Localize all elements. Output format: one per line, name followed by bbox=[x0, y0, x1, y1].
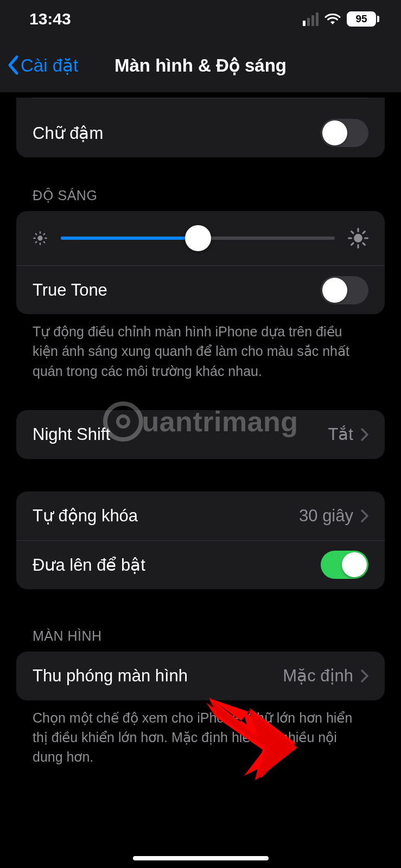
brightness-slider[interactable] bbox=[61, 237, 335, 240]
wifi-icon bbox=[324, 12, 341, 25]
true-tone-label: True Tone bbox=[33, 280, 107, 300]
auto-lock-value: 30 giây bbox=[299, 506, 353, 526]
back-label: Cài đặt bbox=[21, 55, 78, 76]
night-shift-row[interactable]: Night Shift Tắt bbox=[16, 410, 385, 459]
svg-line-16 bbox=[352, 243, 353, 245]
display-zoom-footer: Chọn một chế độ xem cho iPhone. Chữ lớn … bbox=[16, 700, 385, 767]
night-shift-value: Tắt bbox=[328, 424, 353, 444]
raise-to-wake-label: Đưa lên để bật bbox=[33, 555, 145, 575]
svg-line-15 bbox=[363, 243, 365, 245]
brightness-section-label: ĐỘ SÁNG bbox=[16, 188, 385, 211]
text-group: Chữ đậm bbox=[16, 98, 385, 157]
bold-text-switch[interactable] bbox=[321, 119, 368, 147]
display-zoom-row[interactable]: Thu phóng màn hình Mặc định bbox=[16, 652, 385, 700]
brightness-slider-row[interactable] bbox=[16, 211, 385, 265]
svg-point-0 bbox=[37, 235, 42, 240]
true-tone-row[interactable]: True Tone bbox=[16, 265, 385, 314]
svg-line-17 bbox=[363, 232, 365, 233]
chevron-left-icon bbox=[7, 55, 20, 75]
battery-icon: 95 bbox=[347, 11, 379, 27]
display-zoom-label: Thu phóng màn hình bbox=[33, 666, 188, 686]
raise-to-wake-row[interactable]: Đưa lên để bật bbox=[16, 540, 385, 589]
status-time: 13:43 bbox=[29, 10, 71, 28]
status-bar: 13:43 95 bbox=[0, 0, 401, 38]
brightness-slider-thumb[interactable] bbox=[185, 225, 211, 251]
auto-lock-label: Tự động khóa bbox=[33, 506, 138, 526]
lock-group: Tự động khóa 30 giây Đưa lên để bật bbox=[16, 492, 385, 589]
navigation-bar: Cài đặt Màn hình & Độ sáng bbox=[0, 38, 401, 92]
chevron-right-icon bbox=[361, 509, 368, 522]
back-button[interactable]: Cài đặt bbox=[7, 55, 78, 76]
raise-to-wake-switch[interactable] bbox=[321, 551, 368, 579]
svg-line-6 bbox=[44, 242, 45, 243]
night-shift-label: Night Shift bbox=[33, 425, 110, 444]
true-tone-footer: Tự động điều chỉnh màn hình iPhone dựa t… bbox=[16, 314, 385, 381]
auto-lock-row[interactable]: Tự động khóa 30 giây bbox=[16, 492, 385, 540]
svg-line-5 bbox=[36, 234, 37, 235]
content-scroll[interactable]: Chữ đậm ĐỘ SÁNG bbox=[0, 92, 401, 868]
brightness-max-icon bbox=[348, 228, 368, 248]
bold-text-label: Chữ đậm bbox=[33, 123, 103, 143]
svg-point-9 bbox=[354, 234, 362, 242]
battery-percent: 95 bbox=[347, 11, 376, 27]
display-zoom-value: Mặc định bbox=[283, 666, 353, 686]
brightness-group: True Tone bbox=[16, 211, 385, 314]
true-tone-switch[interactable] bbox=[321, 276, 368, 304]
brightness-min-icon bbox=[33, 231, 48, 246]
cellular-signal-icon bbox=[303, 12, 319, 26]
chevron-right-icon bbox=[361, 428, 368, 441]
svg-line-8 bbox=[44, 234, 45, 235]
svg-line-7 bbox=[36, 242, 37, 243]
chevron-right-icon bbox=[361, 669, 368, 682]
bold-text-row[interactable]: Chữ đậm bbox=[16, 108, 385, 157]
status-right: 95 bbox=[303, 11, 379, 27]
home-indicator[interactable] bbox=[133, 856, 269, 860]
night-shift-group: Night Shift Tắt bbox=[16, 410, 385, 459]
display-zoom-group: Thu phóng màn hình Mặc định bbox=[16, 652, 385, 700]
display-section-label: MÀN HÌNH bbox=[16, 628, 385, 652]
svg-line-14 bbox=[352, 232, 353, 233]
